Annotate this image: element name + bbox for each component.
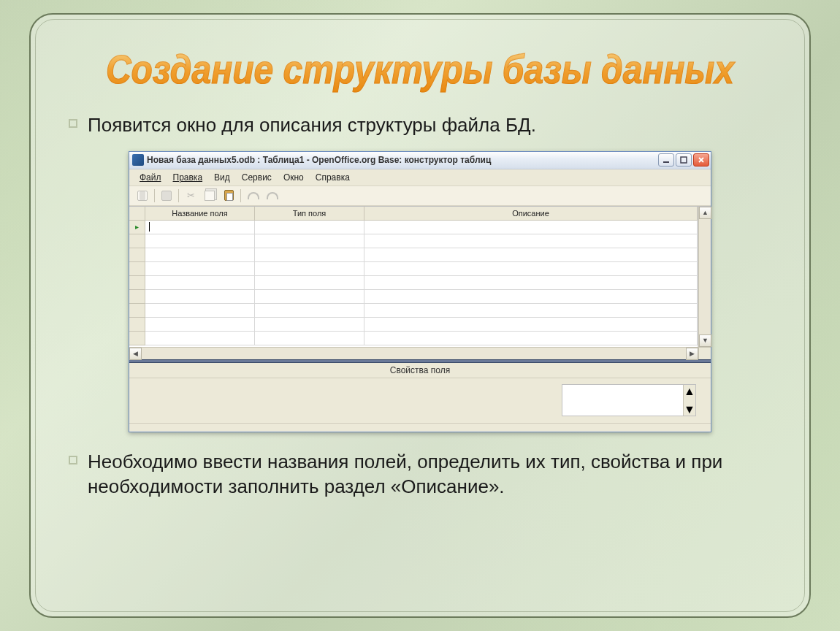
cell-field-type[interactable]: [255, 304, 364, 318]
grid-row[interactable]: [129, 248, 698, 262]
redo-icon: [266, 191, 278, 201]
cell-field-desc[interactable]: [364, 304, 698, 318]
menu-tools[interactable]: Сервис: [236, 171, 278, 184]
column-header-name[interactable]: Название поля: [145, 207, 255, 221]
save-icon: [137, 191, 148, 201]
maximize-button[interactable]: [676, 153, 692, 167]
grid-vertical-scrollbar[interactable]: ▲ ▼: [698, 207, 711, 347]
outro-text-content: Необходимо ввести названия полей, опреде…: [88, 451, 722, 497]
scroll-left-button[interactable]: ◀: [129, 348, 142, 360]
cell-field-type[interactable]: [255, 221, 364, 234]
row-handle[interactable]: [129, 262, 145, 276]
svg-rect-0: [663, 161, 669, 163]
cell-field-type[interactable]: [255, 290, 364, 304]
paste-button[interactable]: [221, 188, 236, 203]
cell-field-name[interactable]: [145, 262, 255, 276]
cell-field-desc[interactable]: [364, 221, 698, 234]
scroll-up-button[interactable]: ▲: [699, 207, 711, 219]
scroll-up-button[interactable]: ▲: [684, 385, 695, 397]
column-header-type[interactable]: Тип поля: [255, 207, 364, 221]
close-icon: [698, 156, 705, 164]
menu-window[interactable]: Окно: [278, 171, 310, 184]
row-handle[interactable]: [129, 290, 145, 304]
redo-button[interactable]: [264, 188, 279, 203]
cell-field-desc[interactable]: [364, 332, 698, 345]
row-handle[interactable]: [129, 304, 145, 318]
row-handle[interactable]: [129, 234, 145, 248]
menu-view[interactable]: Вид: [208, 171, 236, 184]
scroll-right-button[interactable]: ▶: [686, 348, 698, 360]
cell-field-type[interactable]: [255, 234, 364, 248]
undo-icon: [247, 191, 259, 201]
minimize-icon: [663, 156, 670, 164]
cell-field-name[interactable]: [145, 221, 255, 234]
corner-handle[interactable]: [129, 207, 145, 221]
cell-field-type[interactable]: [255, 332, 364, 345]
close-button[interactable]: [693, 153, 709, 167]
properties-header: Свойства поля: [129, 363, 711, 378]
copy-button[interactable]: [202, 188, 217, 203]
menubar: Файл Правка Вид Сервис Окно Справка: [129, 169, 711, 186]
grid-row[interactable]: [129, 234, 698, 248]
cell-field-type[interactable]: [255, 318, 364, 332]
undo-button[interactable]: [245, 188, 260, 203]
cell-field-name[interactable]: [145, 318, 255, 332]
scroll-track[interactable]: [699, 219, 711, 334]
cell-field-name[interactable]: [145, 304, 255, 318]
menu-edit[interactable]: Правка: [167, 171, 209, 184]
grid-row[interactable]: [129, 290, 698, 304]
scroll-down-button[interactable]: ▼: [684, 403, 695, 416]
toolbar-separator: [240, 189, 241, 202]
cell-field-desc[interactable]: [364, 248, 698, 262]
cell-field-name[interactable]: [145, 234, 255, 248]
cut-icon: ✂: [187, 190, 195, 201]
row-handle[interactable]: [129, 248, 145, 262]
cell-field-desc[interactable]: [364, 262, 698, 276]
saveas-button[interactable]: [159, 188, 174, 203]
grid-row[interactable]: [129, 304, 698, 318]
properties-help-box: ▲ ▼: [562, 384, 696, 416]
cell-field-name[interactable]: [145, 276, 255, 290]
row-handle[interactable]: [129, 276, 145, 290]
cut-button[interactable]: ✂: [183, 188, 198, 203]
cell-field-type[interactable]: [255, 276, 364, 290]
bullet-icon: [69, 119, 77, 128]
scroll-track[interactable]: [142, 348, 686, 359]
text-caret: [149, 222, 150, 232]
grid-horizontal-scrollbar[interactable]: ◀ ▶: [129, 347, 711, 359]
cell-field-desc[interactable]: [364, 276, 698, 290]
grid-row[interactable]: [129, 318, 698, 332]
help-scrollbar[interactable]: ▲ ▼: [683, 385, 695, 416]
grid-row[interactable]: [129, 276, 698, 290]
saveas-icon: [161, 191, 172, 201]
minimize-button[interactable]: [658, 153, 674, 167]
grid-header-row: Название поля Тип поля Описание: [129, 207, 698, 221]
menu-file[interactable]: Файл: [134, 171, 167, 184]
cell-field-type[interactable]: [255, 262, 364, 276]
row-handle[interactable]: [129, 332, 145, 345]
grid-row[interactable]: [129, 262, 698, 276]
properties-form: [129, 378, 557, 423]
toolbar-separator: [154, 189, 155, 202]
row-handle[interactable]: ▸: [129, 221, 145, 234]
window-title: Новая база данных5.odb : Таблица1 - Open…: [147, 155, 658, 165]
row-handle[interactable]: [129, 318, 145, 332]
scroll-corner: [698, 348, 711, 359]
cell-field-name[interactable]: [145, 248, 255, 262]
grid-row[interactable]: [129, 332, 698, 345]
outro-text: Необходимо ввести названия полей, опреде…: [88, 450, 780, 500]
cell-field-name[interactable]: [145, 332, 255, 345]
grid-row[interactable]: ▸: [129, 221, 698, 234]
cell-field-type[interactable]: [255, 248, 364, 262]
cell-field-name[interactable]: [145, 290, 255, 304]
scroll-down-button[interactable]: ▼: [699, 334, 711, 347]
cell-field-desc[interactable]: [364, 234, 698, 248]
intro-text: Появится окно для описания структуры фай…: [88, 113, 780, 138]
save-button[interactable]: [135, 188, 150, 203]
column-header-desc[interactable]: Описание: [364, 207, 698, 221]
cell-field-desc[interactable]: [364, 318, 698, 332]
titlebar[interactable]: Новая база данных5.odb : Таблица1 - Open…: [129, 152, 711, 169]
menu-help[interactable]: Справка: [310, 171, 356, 184]
properties-help-area: ▲ ▼: [557, 378, 711, 423]
cell-field-desc[interactable]: [364, 290, 698, 304]
